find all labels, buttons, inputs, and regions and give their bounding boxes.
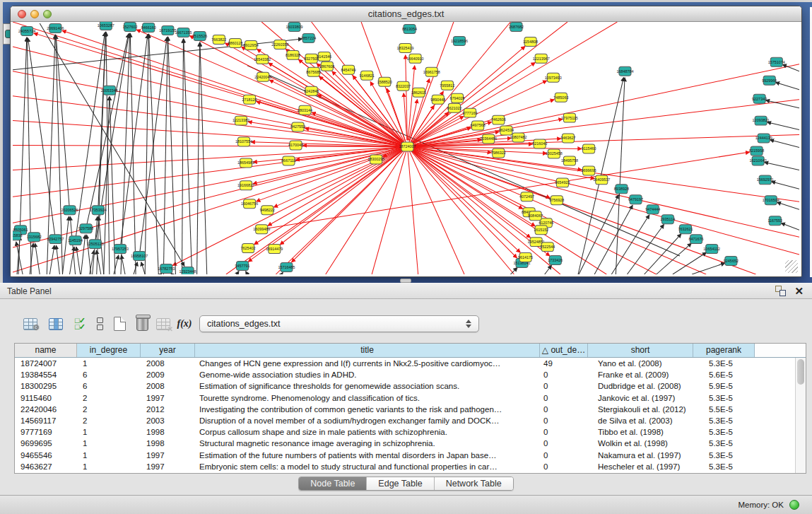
network-node[interactable]: 16671355 — [175, 28, 192, 37]
citation-edge-black[interactable] — [49, 245, 54, 274]
network-node[interactable]: 9498222 — [260, 206, 275, 215]
column-header[interactable]: year — [141, 344, 195, 357]
table-cell[interactable]: 5.3E-5 — [693, 461, 755, 472]
network-node[interactable]: 9146821 — [360, 71, 375, 80]
table-cell[interactable]: 5.3E-5 — [693, 426, 755, 438]
network-node[interactable]: 20364486 — [480, 134, 497, 144]
citation-edge-red[interactable] — [408, 147, 560, 274]
table-cell[interactable]: 2003 — [141, 415, 195, 426]
network-node[interactable]: 9614175 — [518, 253, 533, 262]
network-node[interactable]: 9242848 — [304, 86, 319, 95]
citation-edge-black[interactable] — [98, 33, 106, 210]
citation-edge-red[interactable] — [408, 100, 799, 147]
minimize-window-button[interactable] — [30, 10, 39, 18]
citation-edge-black[interactable] — [545, 265, 552, 274]
citation-edge-red[interactable] — [172, 150, 401, 266]
network-node[interactable]: 8215958 — [749, 146, 764, 156]
citation-edge-black[interactable] — [627, 224, 664, 274]
network-canvas[interactable]: 2405572420691406106532871527602846616016… — [13, 22, 799, 274]
table-cell[interactable]: 2012 — [141, 404, 195, 415]
network-node[interactable]: 18325419 — [396, 43, 413, 52]
network-node[interactable]: 1167553 — [767, 216, 782, 226]
table-cell[interactable]: Tourette syndrome. Phenomenology and cla… — [195, 392, 540, 404]
network-node[interactable]: 10973493 — [545, 73, 562, 82]
network-node[interactable]: 12444139 — [755, 134, 772, 143]
citation-edge-red[interactable] — [292, 151, 404, 262]
table-row[interactable]: 977716911998Corpus callosum shape and si… — [15, 426, 806, 438]
citation-network-graph[interactable]: 2405572420691406106532871527602846616016… — [13, 22, 799, 274]
network-node[interactable]: 16848784 — [616, 66, 633, 76]
network-node[interactable]: 9297588 — [78, 224, 93, 233]
citation-edge-black[interactable] — [197, 42, 200, 274]
network-node[interactable]: 1862615 — [411, 88, 426, 97]
network-node[interactable]: 6794028 — [449, 93, 464, 103]
network-node[interactable]: 8427552 — [290, 122, 305, 132]
citation-edge-black[interactable] — [777, 202, 799, 209]
table-cell[interactable]: 5.3E-5 — [693, 415, 755, 426]
citation-edge-black[interactable] — [62, 216, 69, 274]
select-columns-check-icon[interactable]: □✓□✓ — [71, 314, 89, 334]
network-node[interactable]: 8813054 — [402, 24, 417, 33]
network-node[interactable]: 16543382 — [254, 54, 271, 64]
network-node[interactable]: 12505125 — [87, 240, 104, 249]
network-node[interactable]: 1315682 — [27, 233, 42, 242]
network-node[interactable]: 9621022 — [447, 103, 461, 112]
network-window-titlebar[interactable]: citations_edges.txt — [11, 6, 801, 22]
citation-edge-red[interactable] — [276, 147, 407, 274]
citation-edge-black[interactable] — [692, 263, 725, 274]
citation-edge-black[interactable] — [121, 33, 130, 274]
network-node[interactable]: 1733426 — [548, 256, 563, 265]
table-cell[interactable]: Dudbridge et al. (2008) — [588, 380, 693, 392]
table-row[interactable]: 2242004622012Investigating the contribut… — [15, 404, 806, 415]
network-node[interactable]: 9890448 — [430, 95, 445, 104]
network-node[interactable]: 12213967 — [533, 54, 550, 63]
table-row[interactable]: 911546021997Tourette syndrome. Phenomeno… — [15, 392, 806, 404]
table-row[interactable]: 1830029562008Estimation of significance … — [15, 380, 806, 392]
function-builder-icon[interactable]: f(x) — [175, 314, 194, 334]
column-header[interactable]: short — [588, 344, 693, 357]
table-cell[interactable]: 22420046 — [15, 404, 77, 415]
citation-edge-red[interactable] — [253, 148, 401, 184]
network-node[interactable]: 16958107 — [131, 252, 148, 261]
network-node[interactable]: 8938928 — [614, 185, 629, 194]
network-node[interactable]: 16099489 — [253, 225, 270, 234]
network-node[interactable]: 16961758 — [423, 67, 440, 76]
citation-edge-black[interactable] — [163, 37, 167, 274]
table-cell[interactable]: 1998 — [141, 426, 195, 438]
citation-edge-black[interactable] — [56, 245, 59, 274]
table-cell[interactable]: Tibbo et al. (1998) — [588, 426, 693, 438]
table-cell[interactable]: 1997 — [141, 450, 195, 461]
table-cell[interactable]: 2 — [77, 392, 141, 404]
network-node[interactable]: 7632621 — [678, 225, 693, 234]
network-node[interactable]: 15716485 — [278, 263, 295, 272]
table-cell[interactable]: 1 — [77, 438, 141, 449]
citation-edge-black[interactable] — [30, 243, 33, 274]
table-cell[interactable]: Nakamura et al. (1997) — [588, 450, 693, 461]
network-node[interactable]: 16914479 — [266, 245, 283, 254]
table-selector-dropdown[interactable]: citations_edges.txt — [199, 315, 479, 332]
network-node[interactable]: 19218596 — [451, 36, 468, 45]
table-row[interactable]: 969969511998Structural magnetic resonanc… — [15, 438, 806, 449]
column-header[interactable]: △ out_de… — [540, 344, 588, 357]
citation-edge-red[interactable] — [413, 151, 531, 238]
table-cell[interactable]: 1998 — [141, 438, 195, 449]
network-node[interactable]: 8186328 — [286, 50, 300, 59]
network-node[interactable]: 12093821 — [753, 116, 770, 125]
table-cell[interactable]: 0 — [540, 415, 588, 426]
table-cell[interactable]: Embryonic stem cells: a model to study s… — [195, 461, 540, 472]
table-cell[interactable]: Estimation of the future numbers of pati… — [195, 450, 540, 461]
vertical-scrollbar[interactable] — [795, 358, 806, 473]
table-cell[interactable]: 49 — [540, 358, 588, 369]
network-node[interactable]: 2687682 — [509, 22, 524, 31]
citation-edge-red[interactable] — [13, 22, 408, 147]
network-node[interactable]: 9227343 — [752, 94, 767, 103]
network-node[interactable]: 6497568 — [471, 121, 486, 130]
column-header[interactable]: pagerank — [693, 344, 755, 357]
citation-edge-black[interactable] — [130, 33, 136, 274]
citation-edge-red[interactable] — [408, 147, 756, 274]
citation-edge-red[interactable] — [412, 151, 520, 253]
table-cell[interactable]: 9463627 — [15, 461, 77, 472]
citation-edge-red[interactable] — [408, 147, 465, 274]
table-cell[interactable]: 9699695 — [15, 438, 77, 449]
network-node[interactable]: 1615152 — [534, 226, 548, 235]
